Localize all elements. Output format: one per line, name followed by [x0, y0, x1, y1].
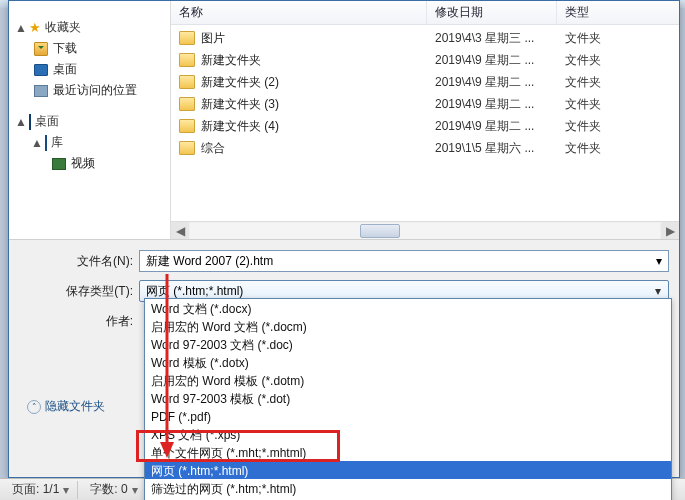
tree-desktop[interactable]: ▲ 桌面 — [13, 111, 166, 132]
folder-icon — [179, 141, 195, 155]
desktop-icon — [34, 64, 48, 76]
author-label: 作者: — [19, 313, 139, 330]
tree-libraries[interactable]: ▲ 库 — [13, 132, 166, 153]
table-row[interactable]: 图片2019\4\3 星期三 ...文件夹 — [171, 27, 679, 49]
file-list[interactable]: 图片2019\4\3 星期三 ...文件夹新建文件夹2019\4\9 星期二 .… — [171, 25, 679, 221]
scroll-thumb[interactable] — [360, 224, 400, 238]
tree-favorites[interactable]: ▲★ 收藏夹 — [13, 17, 166, 38]
chevron-up-icon: ˄ — [27, 400, 41, 414]
folder-icon — [179, 119, 195, 133]
table-row[interactable]: 新建文件夹 (2)2019\4\9 星期二 ...文件夹 — [171, 71, 679, 93]
dropdown-item[interactable]: 筛选过的网页 (*.htm;*.html) — [145, 479, 671, 497]
col-header-type[interactable]: 类型 — [557, 1, 679, 24]
savetype-label: 保存类型(T): — [19, 283, 139, 300]
folder-icon — [179, 97, 195, 111]
dropdown-item[interactable]: 单个文件网页 (*.mht;*.mhtml) — [145, 443, 671, 461]
tree-item-recent[interactable]: 最近访问的位置 — [13, 80, 166, 101]
recent-icon — [34, 85, 48, 97]
tree-item-downloads[interactable]: 下载 — [13, 38, 166, 59]
dropdown-item[interactable]: Word 模板 (*.dotx) — [145, 353, 671, 371]
status-words[interactable]: 字数: 0▾ — [84, 481, 146, 499]
download-icon — [34, 42, 48, 56]
scroll-track[interactable] — [190, 223, 660, 239]
file-pane: 名称 修改日期 类型 图片2019\4\3 星期三 ...文件夹新建文件夹201… — [171, 1, 679, 239]
hscrollbar[interactable]: ◀ ▶ — [171, 221, 679, 239]
folder-icon — [179, 31, 195, 45]
chevron-down-icon[interactable]: ▾ — [656, 254, 662, 268]
dropdown-item[interactable]: PDF (*.pdf) — [145, 407, 671, 425]
tree-item-desktop-fav[interactable]: 桌面 — [13, 59, 166, 80]
dropdown-item[interactable]: 网页 (*.htm;*.html) — [145, 461, 671, 479]
nav-tree: ▲★ 收藏夹 下载 桌面 最近访问的位置 ▲ — [9, 1, 171, 239]
tree-favorites-label: 收藏夹 — [45, 19, 81, 36]
savetype-dropdown[interactable]: Word 文档 (*.docx)启用宏的 Word 文档 (*.docm)Wor… — [144, 298, 672, 500]
dropdown-item[interactable]: XPS 文档 (*.xps) — [145, 425, 671, 443]
dropdown-item[interactable]: Word 97-2003 文档 (*.doc) — [145, 335, 671, 353]
tree-item-videos[interactable]: 视频 — [13, 153, 166, 174]
folder-icon — [179, 75, 195, 89]
dropdown-item[interactable]: Word 文档 (*.docx) — [145, 299, 671, 317]
dropdown-item[interactable]: 启用宏的 Word 文档 (*.docm) — [145, 317, 671, 335]
filename-input[interactable]: 新建 Word 2007 (2).htm ▾ — [139, 250, 669, 272]
table-row[interactable]: 新建文件夹 (4)2019\4\9 星期二 ...文件夹 — [171, 115, 679, 137]
monitor-icon — [29, 114, 31, 130]
folder-icon — [179, 53, 195, 67]
scroll-right-icon[interactable]: ▶ — [661, 222, 679, 239]
status-page[interactable]: 页面: 1/1▾ — [6, 481, 78, 499]
video-icon — [52, 158, 66, 170]
dropdown-item[interactable]: 启用宏的 Word 模板 (*.dotm) — [145, 371, 671, 389]
table-row[interactable]: 新建文件夹 (3)2019\4\9 星期二 ...文件夹 — [171, 93, 679, 115]
chevron-down-icon[interactable]: ▾ — [652, 285, 664, 297]
filename-label: 文件名(N): — [19, 253, 139, 270]
table-row[interactable]: 综合2019\1\5 星期六 ...文件夹 — [171, 137, 679, 159]
col-header-name[interactable]: 名称 — [171, 1, 427, 24]
col-header-date[interactable]: 修改日期 — [427, 1, 557, 24]
scroll-left-icon[interactable]: ◀ — [171, 222, 189, 239]
hide-folders-toggle[interactable]: ˄ 隐藏文件夹 — [27, 398, 105, 415]
table-row[interactable]: 新建文件夹2019\4\9 星期二 ...文件夹 — [171, 49, 679, 71]
libraries-icon — [45, 135, 47, 151]
column-headers: 名称 修改日期 类型 — [171, 1, 679, 25]
dropdown-item[interactable]: Word 97-2003 模板 (*.dot) — [145, 389, 671, 407]
